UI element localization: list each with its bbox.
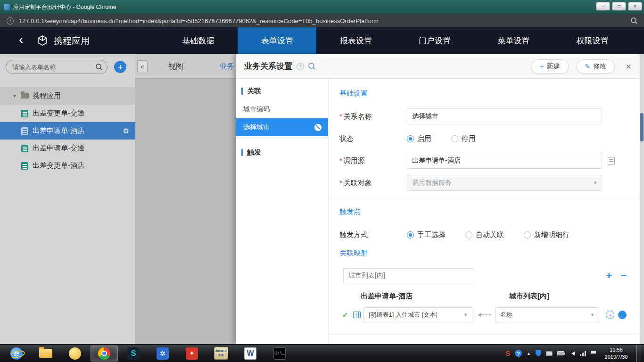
radio-enabled[interactable]: 启用 xyxy=(407,134,431,143)
network-icon[interactable] xyxy=(580,351,586,356)
yellow-app-icon[interactable] xyxy=(61,346,89,362)
nav-item-label[interactable]: 城市编码 xyxy=(243,105,270,114)
nav-item-city-code[interactable]: 城市编码 xyxy=(236,100,328,118)
radio-auto-relate[interactable]: 自动关联 xyxy=(465,230,504,239)
radio-unselected-icon[interactable] xyxy=(524,231,531,239)
tree-item-label[interactable]: 出差申请单-酒店 xyxy=(33,126,84,135)
tab-permission-settings[interactable]: 权限设置 xyxy=(553,27,632,54)
url-text[interactable]: 127.0.0.1/seeyon/cap4/business.do?method… xyxy=(19,17,379,25)
tree-item-label[interactable]: 出差变更单-酒店 xyxy=(33,161,84,170)
show-hidden-icons[interactable]: ▲ xyxy=(527,351,531,356)
search-input[interactable] xyxy=(6,60,107,74)
javaee-ide-icon[interactable]: JavaEE IDE xyxy=(207,346,235,362)
new-button[interactable]: + 新建 xyxy=(531,59,568,74)
gear-icon[interactable]: ⚙ xyxy=(123,127,129,135)
show-desktop-button[interactable] xyxy=(636,345,641,362)
red-app-icon[interactable]: ✦ xyxy=(178,346,206,362)
canvas-tab-business[interactable]: 业务 xyxy=(219,62,234,72)
radio-selected-icon[interactable] xyxy=(407,231,414,239)
check-icon: ✓ xyxy=(342,311,350,319)
file-explorer-icon[interactable] xyxy=(32,346,59,362)
nav-group-relation: 关联 xyxy=(236,82,328,100)
tree-item-apply-hotel[interactable]: 出差申请单-酒店 ⚙ xyxy=(0,122,135,140)
field-relation-name: 关系名称 xyxy=(339,108,627,124)
call-source-input[interactable] xyxy=(407,153,602,169)
remove-mapping-icon[interactable]: − xyxy=(620,271,627,280)
tree-root-app[interactable]: ▼ 携程应用 xyxy=(0,87,135,105)
nav-item-select-city[interactable]: 选择城市 xyxy=(236,118,328,136)
zoom-indicator-icon[interactable] xyxy=(631,17,637,24)
security-shield-icon[interactable] xyxy=(536,350,541,357)
relation-name-input[interactable] xyxy=(407,108,602,124)
action-center-icon[interactable] xyxy=(591,351,596,356)
blue-tool-icon[interactable]: ✲ xyxy=(149,346,176,362)
radio-unselected-icon[interactable] xyxy=(451,135,458,142)
tab-report-settings[interactable]: 报表设置 xyxy=(316,27,395,54)
tab-menu-settings[interactable]: 菜单设置 xyxy=(474,27,553,54)
internet-explorer-icon[interactable]: e xyxy=(3,346,30,362)
page-scrollbar[interactable] xyxy=(640,54,644,344)
display-icon[interactable] xyxy=(546,351,553,356)
search-box xyxy=(6,60,107,74)
radio-manual-label: 手工选择 xyxy=(417,230,446,239)
taskbar-clock[interactable]: 10:56 2019/7/30 xyxy=(601,346,632,361)
relation-target-select[interactable]: 调用数据服务 ▼ xyxy=(407,175,602,191)
remove-row-icon[interactable]: − xyxy=(618,311,627,319)
section-mapping: 关联映射 xyxy=(339,249,627,258)
source-picker-icon[interactable] xyxy=(608,157,615,165)
tab-portal-settings[interactable]: 门户设置 xyxy=(396,27,474,54)
nav-group-label: 关联 xyxy=(247,87,261,96)
radio-manual-select[interactable]: 手工选择 xyxy=(407,230,446,239)
add-row-icon[interactable]: + xyxy=(606,311,614,319)
modify-button[interactable]: ✎ 修改 xyxy=(577,59,615,74)
tab-basic-data[interactable]: 基础数据 xyxy=(159,27,238,54)
word-icon[interactable]: W xyxy=(237,346,264,362)
search-icon[interactable] xyxy=(96,64,102,70)
back-icon[interactable]: ‹ xyxy=(19,33,23,47)
help-bubble-icon[interactable]: ? xyxy=(515,350,522,357)
tree-root-label[interactable]: 携程应用 xyxy=(33,91,61,100)
battery-icon[interactable] xyxy=(557,351,564,355)
tree-expand-caret-icon[interactable]: ▼ xyxy=(12,93,17,99)
help-icon[interactable]: ? xyxy=(297,63,304,70)
collapse-sidebar-button[interactable]: « xyxy=(137,60,148,72)
radio-unselected-icon[interactable] xyxy=(465,231,472,239)
mapping-left-select[interactable]: [明细表1] 入住城市 [文本] ▼ xyxy=(363,307,472,322)
tree-item-label[interactable]: 出差申请单-交通 xyxy=(33,144,84,153)
mapping-filter-input[interactable] xyxy=(343,268,474,283)
taskbar-icons: e S ✲ ✦ JavaEE IDE W C:\_ xyxy=(0,345,294,362)
address-bar[interactable]: i 127.0.0.1/seeyon/cap4/business.do?meth… xyxy=(0,14,644,27)
site-info-icon[interactable]: i xyxy=(7,17,14,25)
seeyon-app-icon[interactable]: S xyxy=(120,346,147,362)
radio-auto-label: 自动关联 xyxy=(476,230,504,239)
tree-item-change-hotel[interactable]: 出差变更单-酒店 xyxy=(0,157,135,174)
radio-disabled[interactable]: 停用 xyxy=(451,134,476,143)
app-title: 携程应用 xyxy=(54,35,90,47)
tab-form-settings[interactable]: 表单设置 xyxy=(238,27,316,54)
disable-relation-icon[interactable] xyxy=(314,124,322,131)
chrome-icon[interactable] xyxy=(91,346,118,362)
canvas-tab-view[interactable]: 视图 xyxy=(168,62,183,72)
scrollbar-thumb[interactable] xyxy=(640,113,644,141)
mapping-left-header: 出差申请单-酒店 xyxy=(361,292,413,301)
section-trigger-point: 触发点 xyxy=(339,207,627,216)
cmd-icon[interactable]: C:\_ xyxy=(266,346,293,362)
maximize-button[interactable]: □ xyxy=(612,2,626,11)
add-mapping-icon[interactable]: + xyxy=(606,271,612,280)
tree-item-change-traffic[interactable]: 出差变更单-交通 xyxy=(0,105,135,122)
zoom-in-icon[interactable] xyxy=(308,63,315,70)
close-dialog-icon[interactable]: × xyxy=(626,62,631,71)
volume-icon[interactable] xyxy=(569,351,575,356)
nav-item-label[interactable]: 选择城市 xyxy=(243,123,270,132)
radio-new-detail-row[interactable]: 新增明细行 xyxy=(524,230,570,239)
tree-item-apply-traffic[interactable]: 出差申请单-交通 xyxy=(0,140,135,157)
new-button-label: 新建 xyxy=(547,62,560,71)
radio-selected-icon[interactable] xyxy=(407,135,414,142)
close-window-button[interactable]: × xyxy=(628,2,642,11)
tree-item-label[interactable]: 出差变更单-交通 xyxy=(33,109,84,118)
minimize-button[interactable]: – xyxy=(596,2,610,11)
mapping-right-select[interactable]: 名称 ▼ xyxy=(495,307,599,322)
add-form-button[interactable]: + xyxy=(114,61,126,73)
field-status: 状态 启用 停用 xyxy=(339,131,627,147)
sogou-input-icon[interactable]: S xyxy=(505,349,510,357)
